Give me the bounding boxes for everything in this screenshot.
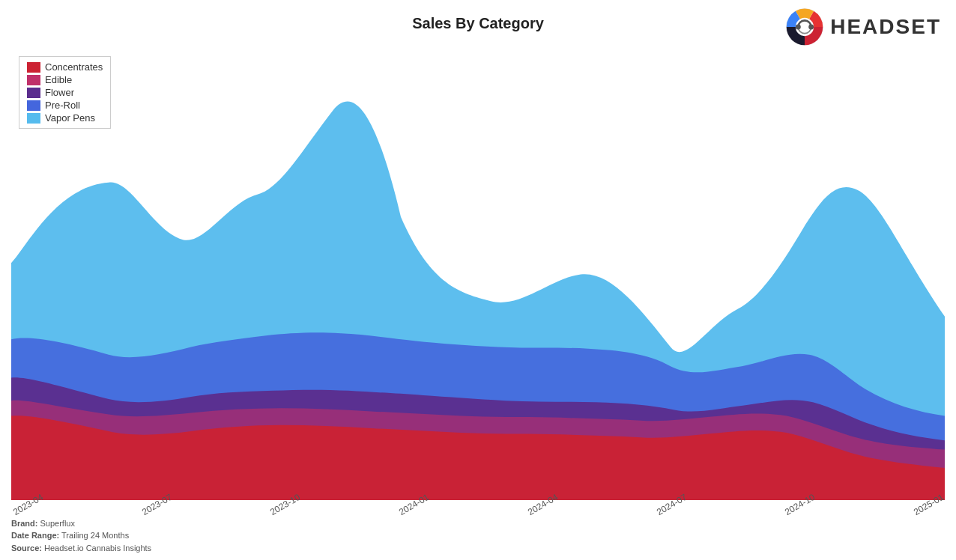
- logo-text: HEADSET: [830, 15, 941, 39]
- footer-info: Brand: Superflux Date Range: Trailing 24…: [11, 517, 151, 555]
- chart-title: Sales By Category: [412, 15, 544, 32]
- svg-point-3: [796, 25, 801, 30]
- headset-logo-icon: [785, 7, 824, 46]
- chart-svg: [11, 49, 945, 500]
- footer-source-value: Headset.io Cannabis Insights: [44, 544, 151, 553]
- footer-date-label: Date Range:: [11, 531, 59, 540]
- chart-area: [11, 49, 945, 500]
- svg-point-4: [808, 25, 814, 30]
- header-logo: HEADSET: [785, 7, 941, 46]
- footer-date-value: Trailing 24 Months: [61, 531, 129, 540]
- footer-source-label: Source:: [11, 544, 42, 553]
- footer-brand-value: Superflux: [40, 519, 75, 528]
- footer-brand-label: Brand:: [11, 519, 37, 528]
- chart-container: HEADSET Sales By Category Concentrates E…: [0, 0, 956, 560]
- footer-date-range: Date Range: Trailing 24 Months: [11, 529, 151, 542]
- footer-source: Source: Headset.io Cannabis Insights: [11, 542, 151, 555]
- footer-brand: Brand: Superflux: [11, 517, 151, 530]
